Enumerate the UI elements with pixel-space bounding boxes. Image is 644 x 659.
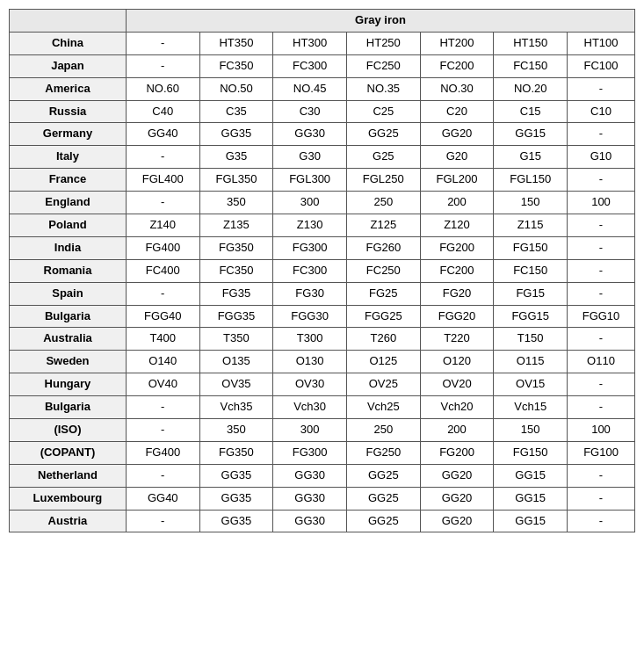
table-row: Italy-G35G30G25G20G15G10 <box>10 146 635 169</box>
grade-cell: GG15 <box>494 510 568 532</box>
grade-cell: Vch15 <box>494 396 568 419</box>
grade-cell: 150 <box>494 192 568 214</box>
grade-cell: FG15 <box>494 282 568 305</box>
grade-cell: FC250 <box>346 54 420 77</box>
grade-cell: FGL200 <box>420 169 494 192</box>
grade-cell: FG300 <box>273 441 347 464</box>
grade-cell: FG350 <box>199 236 273 259</box>
country-cell: Bulgaria <box>10 305 127 328</box>
grade-cell: G25 <box>346 146 420 169</box>
grade-cell: FC250 <box>346 259 420 282</box>
grade-cell: NO.60 <box>126 77 199 100</box>
grade-cell: T300 <box>273 328 347 351</box>
grade-cell: NO.50 <box>199 77 273 100</box>
grade-cell: FGG20 <box>420 305 494 328</box>
country-cell: France <box>10 169 127 192</box>
grade-cell: O130 <box>273 351 347 373</box>
grade-cell: - <box>568 282 635 305</box>
grade-cell: OV25 <box>346 373 420 396</box>
grade-cell: C20 <box>420 100 494 123</box>
grade-cell: - <box>568 77 635 100</box>
grade-cell: GG25 <box>346 123 420 146</box>
country-cell: China <box>10 32 127 54</box>
grade-cell: C40 <box>126 100 199 123</box>
grade-cell: FG20 <box>420 282 494 305</box>
table-row: GermanyGG40GG35GG30GG25GG20GG15- <box>10 123 635 146</box>
grade-cell: FGG30 <box>273 305 347 328</box>
grade-cell: Z120 <box>420 214 494 237</box>
country-cell: Russia <box>10 100 127 123</box>
country-cell: Japan <box>10 54 127 77</box>
grade-cell: O125 <box>346 351 420 373</box>
table-row: (COPANT)FG400FG350FG300FG250FG200FG150FG… <box>10 441 635 464</box>
table-row: RomaniaFC400FC350FC300FC250FC200FC150- <box>10 259 635 282</box>
country-cell: Bulgaria <box>10 396 127 419</box>
grade-cell: Vch30 <box>273 396 347 419</box>
country-cell: Sweden <box>10 351 127 373</box>
table-row: Bulgaria-Vch35Vch30Vch25Vch20Vch15- <box>10 396 635 419</box>
grade-cell: 200 <box>420 192 494 214</box>
grade-cell: O140 <box>126 351 199 373</box>
table-row: AmericaNO.60NO.50NO.45NO.35NO.30NO.20- <box>10 77 635 100</box>
grade-cell: HT300 <box>273 32 347 54</box>
grade-cell: FC200 <box>420 54 494 77</box>
grade-cell: C25 <box>346 100 420 123</box>
grade-cell: T350 <box>199 328 273 351</box>
grade-cell: FG250 <box>346 441 420 464</box>
grade-cell: G10 <box>568 146 635 169</box>
grade-cell: Z135 <box>199 214 273 237</box>
grade-cell: - <box>568 259 635 282</box>
gray-iron-header: Gray iron <box>126 10 634 33</box>
country-cell: Australia <box>10 328 127 351</box>
country-cell: (COPANT) <box>10 441 127 464</box>
grade-cell: 100 <box>568 419 635 442</box>
grade-cell: FC200 <box>420 259 494 282</box>
grade-cell: FGL350 <box>199 169 273 192</box>
grade-cell: FC350 <box>199 259 273 282</box>
grade-cell: Vch25 <box>346 396 420 419</box>
grade-cell: 150 <box>494 419 568 442</box>
grade-cell: GG30 <box>273 487 347 510</box>
grade-cell: HT350 <box>199 32 273 54</box>
table-row: China-HT350HT300HT250HT200HT150HT100 <box>10 32 635 54</box>
grade-cell: GG30 <box>273 464 347 487</box>
grade-cell: 100 <box>568 192 635 214</box>
grade-cell: NO.30 <box>420 77 494 100</box>
grade-cell: OV35 <box>199 373 273 396</box>
grade-cell: Z140 <box>126 214 199 237</box>
grade-cell: OV30 <box>273 373 347 396</box>
table-row: IndiaFG400FG350FG300FG260FG200FG150- <box>10 236 635 259</box>
grade-cell: - <box>568 123 635 146</box>
grade-cell: FG35 <box>199 282 273 305</box>
grade-cell: GG30 <box>273 510 347 532</box>
grade-cell: - <box>568 464 635 487</box>
grade-cell: - <box>568 373 635 396</box>
country-cell: Italy <box>10 146 127 169</box>
country-cell: America <box>10 77 127 100</box>
grade-cell: Vch20 <box>420 396 494 419</box>
grade-cell: FG400 <box>126 441 199 464</box>
grade-cell: - <box>126 54 199 77</box>
grade-cell: FG350 <box>199 441 273 464</box>
country-cell: Poland <box>10 214 127 237</box>
grade-cell: FGG40 <box>126 305 199 328</box>
grade-cell: HT150 <box>494 32 568 54</box>
grade-cell: - <box>126 464 199 487</box>
country-cell: Spain <box>10 282 127 305</box>
grade-cell: FG400 <box>126 236 199 259</box>
country-cell: Romania <box>10 259 127 282</box>
grade-cell: Z125 <box>346 214 420 237</box>
grade-cell: FGL300 <box>273 169 347 192</box>
country-cell: England <box>10 192 127 214</box>
grade-cell: Vch35 <box>199 396 273 419</box>
table-row: AustraliaT400T350T300T260T220T150- <box>10 328 635 351</box>
table-row: RussiaC40C35C30C25C20C15C10 <box>10 100 635 123</box>
grade-cell: - <box>568 510 635 532</box>
grade-cell: GG35 <box>199 123 273 146</box>
grade-cell: - <box>568 236 635 259</box>
grade-cell: GG20 <box>420 487 494 510</box>
grade-cell: G35 <box>199 146 273 169</box>
grade-cell: G30 <box>273 146 347 169</box>
grade-cell: 350 <box>199 192 273 214</box>
grade-cell: - <box>568 396 635 419</box>
